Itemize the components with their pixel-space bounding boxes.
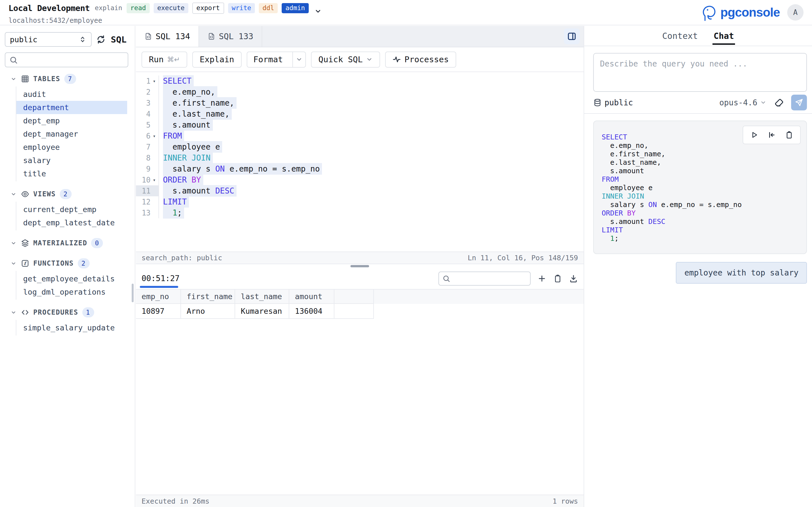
editor-line-4[interactable]: 4 e.last_name,: [136, 108, 583, 119]
editor-toolbar: Run ⌘↵ Explain Format Quick SQL: [136, 47, 583, 72]
results-search-input[interactable]: [453, 274, 542, 283]
editor-line-2[interactable]: 2 e.emp_no,: [136, 87, 583, 98]
section-count-badge: 1: [82, 307, 94, 318]
editor-line-7[interactable]: 7 employee e: [136, 142, 583, 152]
line-gutter: 1▾: [136, 75, 159, 87]
eye-icon: [21, 190, 29, 198]
editor-line-9[interactable]: 9 salary s ON e.emp_no = s.emp_no: [136, 163, 583, 174]
column-header-first_name[interactable]: first_name: [181, 290, 235, 304]
editor-line-3[interactable]: 3 e.first_name,: [136, 98, 583, 108]
sql-mode-label[interactable]: SQL: [111, 34, 126, 45]
column-header-emp_no[interactable]: emp_no: [136, 290, 181, 304]
section-header-procedures[interactable]: PROCEDURES1: [0, 305, 135, 320]
table-cell: Kumaresan: [235, 304, 289, 319]
section-header-views[interactable]: VIEWS2: [0, 187, 135, 201]
permission-badge-read[interactable]: read: [126, 3, 149, 13]
sidebar-search-input[interactable]: [20, 56, 124, 64]
format-button[interactable]: Format: [247, 52, 306, 68]
sidebar-item-dept_manager[interactable]: dept_manager: [16, 127, 127, 140]
section-header-tables[interactable]: TABLES7: [0, 72, 135, 86]
section-header-materialized[interactable]: MATERIALIZED0: [0, 236, 135, 250]
editor-line-5[interactable]: 5 s.amount: [136, 119, 583, 130]
table-cell: [335, 304, 374, 319]
insert-to-editor-icon[interactable]: [767, 131, 776, 139]
schema-context-chip[interactable]: public: [593, 98, 633, 107]
sidebar-item-employee[interactable]: employee: [16, 140, 127, 154]
editor-line-1[interactable]: 1▾SELECT: [136, 75, 583, 87]
section-header-functions[interactable]: fFUNCTIONS2: [0, 256, 135, 270]
prompt-input-box[interactable]: [593, 53, 807, 92]
permission-badge-write[interactable]: write: [228, 3, 255, 13]
permission-badge-ddl[interactable]: ddl: [259, 3, 278, 13]
send-button[interactable]: [791, 95, 807, 110]
fold-icon[interactable]: ▾: [151, 177, 158, 183]
editor-line-8[interactable]: 8INNER JOIN: [136, 152, 583, 163]
sidebar-item-dept_emp[interactable]: dept_emp: [16, 114, 127, 127]
results-search[interactable]: [439, 272, 530, 286]
permission-badge-admin[interactable]: admin: [282, 3, 308, 13]
editor-line-6[interactable]: 6▾FROM: [136, 130, 583, 142]
section-count-badge: 2: [78, 258, 90, 269]
editor-line-10[interactable]: 10▾ORDER BY: [136, 174, 583, 185]
sql-editor[interactable]: 1▾SELECT2 e.emp_no,3 e.first_name,4 e.la…: [136, 72, 583, 251]
sidebar-item-get_employee_details[interactable]: get_employee_details: [16, 272, 127, 285]
table-row[interactable]: 10897ArnoKumaresan136004: [136, 304, 583, 319]
fold-icon[interactable]: ▾: [151, 78, 158, 84]
sidebar-item-dept_emp_latest_date[interactable]: dept_emp_latest_date: [16, 216, 127, 229]
column-header-last_name[interactable]: last_name: [235, 290, 289, 304]
activity-pulse-icon: [393, 55, 401, 64]
chevron-down-icon: [10, 260, 17, 267]
tab-label: SQL 134: [156, 32, 190, 41]
chat-composer: public opus-4.6: [584, 46, 812, 114]
run-snippet-icon[interactable]: [750, 131, 758, 139]
sidebar-item-title[interactable]: title: [16, 167, 127, 180]
download-results-icon[interactable]: [569, 274, 578, 283]
chevron-down-icon: [10, 309, 17, 316]
run-button[interactable]: Run ⌘↵: [142, 52, 187, 68]
permission-badge-explain[interactable]: explain: [94, 3, 123, 13]
column-header-empty[interactable]: [335, 290, 374, 304]
permission-badge-export[interactable]: export: [192, 3, 224, 13]
sidebar-search[interactable]: [5, 52, 128, 67]
split-panel-button[interactable]: [564, 29, 580, 44]
explain-button[interactable]: Explain: [192, 52, 241, 68]
copy-snippet-icon[interactable]: [785, 131, 794, 139]
tab-context[interactable]: Context: [662, 26, 698, 46]
sidebar-item-log_dml_operations[interactable]: log_dml_operations: [16, 285, 127, 298]
editor-line-11[interactable]: 11 s.amount DESC: [136, 185, 583, 196]
tab-chat[interactable]: Chat: [714, 26, 734, 46]
sidebar-item-salary[interactable]: salary: [16, 154, 127, 167]
line-gutter: 8: [136, 152, 159, 163]
column-header-amount[interactable]: amount: [289, 290, 335, 304]
fold-icon[interactable]: ▾: [151, 133, 158, 139]
clear-chat-icon[interactable]: [774, 98, 784, 108]
avatar[interactable]: A: [787, 4, 804, 20]
sidebar-item-department[interactable]: department: [16, 101, 127, 114]
sidebar-scrollbar[interactable]: [132, 284, 134, 302]
sidebar-item-current_dept_emp[interactable]: current_dept_emp: [16, 203, 127, 216]
editor-line-12[interactable]: 12LIMIT: [136, 196, 583, 207]
prompt-textarea[interactable]: [600, 59, 800, 86]
refresh-icon[interactable]: [96, 35, 106, 44]
connection-title: Local Development: [8, 3, 90, 13]
model-selector[interactable]: opus-4.6: [719, 98, 766, 107]
sidebar-item-audit[interactable]: audit: [16, 88, 127, 101]
editor-line-13[interactable]: 13 1;: [136, 207, 583, 218]
copy-results-icon[interactable]: [553, 274, 562, 283]
quick-sql-button[interactable]: Quick SQL: [311, 52, 380, 68]
file-code-icon: [144, 33, 152, 40]
chevron-down-icon[interactable]: [314, 8, 322, 15]
tab-sql-134[interactable]: SQL 134: [136, 26, 199, 47]
resize-handle[interactable]: [350, 265, 369, 267]
schema-select[interactable]: public: [5, 32, 92, 47]
permission-badge-execute[interactable]: execute: [154, 3, 188, 13]
tab-label: SQL 133: [219, 32, 253, 41]
result-tab-timer[interactable]: 00:51:27: [142, 268, 180, 289]
sidebar-item-simple_salary_update[interactable]: simple_salary_update: [16, 321, 127, 334]
chevron-down-icon[interactable]: [292, 52, 305, 67]
assistant-sql-message: SELECT e.emp_no, e.first_name, e.last_na…: [593, 121, 807, 254]
brand-name: pgconsole: [720, 5, 780, 19]
processes-button[interactable]: Processes: [385, 52, 456, 68]
tab-sql-133[interactable]: SQL 133: [199, 26, 262, 47]
add-result-tab-icon[interactable]: [538, 274, 546, 283]
